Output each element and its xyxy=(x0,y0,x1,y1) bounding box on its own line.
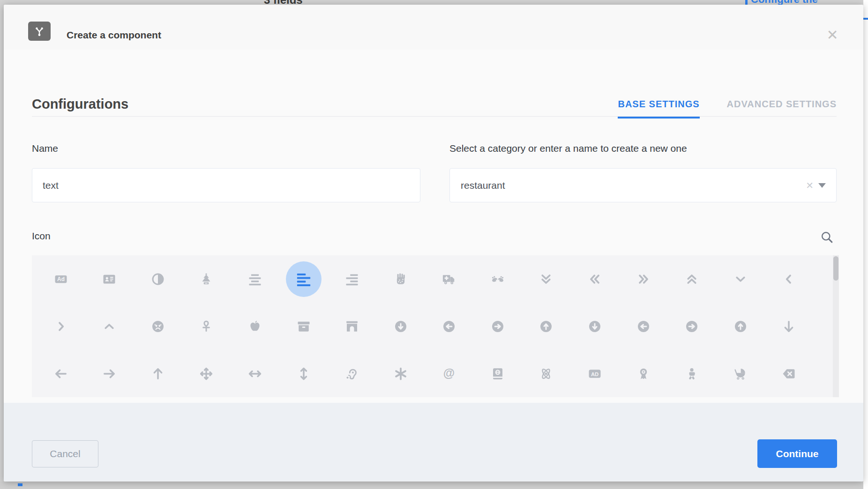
icon-arrows-alt[interactable] xyxy=(182,350,231,397)
icon-air-freshener[interactable] xyxy=(182,255,231,303)
icon-american-sign-language-interpreting[interactable] xyxy=(473,255,522,303)
tabs-divider xyxy=(32,116,837,117)
create-component-modal: Create a component ✕ Configurations BASE… xyxy=(4,5,863,482)
icon-angle-double-down[interactable] xyxy=(522,255,571,303)
icon-ambulance[interactable] xyxy=(425,255,474,303)
tab-base-settings[interactable]: BASE SETTINGS xyxy=(618,99,699,119)
icon-angle-double-up[interactable] xyxy=(667,255,716,303)
icon-award[interactable] xyxy=(619,350,668,397)
search-icon[interactable] xyxy=(818,228,836,246)
background-page-right xyxy=(863,0,868,489)
close-icon[interactable]: ✕ xyxy=(823,25,842,44)
icon-picker-label: Icon xyxy=(32,230,51,242)
category-selected-value: restaurant xyxy=(450,180,801,191)
icon-grid-panel: Ad@AD xyxy=(32,255,839,397)
icon-arrow-alt-circle-right[interactable] xyxy=(473,303,522,350)
icon-arrows-alt-h[interactable] xyxy=(231,350,279,397)
modal-title: Create a component xyxy=(67,28,161,42)
icon-angle-left[interactable] xyxy=(764,255,813,303)
name-input[interactable] xyxy=(32,168,420,202)
icon-backspace[interactable] xyxy=(764,350,813,397)
component-branch-icon xyxy=(33,25,45,37)
icon-angry[interactable] xyxy=(134,303,182,350)
icon-angle-down[interactable] xyxy=(716,255,765,303)
background-page-top: 3 fields Configure the xyxy=(0,0,863,5)
icon-arrow-circle-up[interactable] xyxy=(716,303,765,350)
icon-angle-double-right[interactable] xyxy=(619,255,668,303)
section-title: Configurations xyxy=(32,96,128,112)
background-page-bottom xyxy=(0,482,863,489)
background-accent-line xyxy=(863,18,868,20)
icon-at[interactable]: @ xyxy=(425,350,474,397)
background-accent-bar xyxy=(745,0,748,5)
icon-angle-right[interactable] xyxy=(37,303,85,350)
background-fields-text: 3 fields xyxy=(264,0,303,5)
category-select[interactable]: restaurant ✕ xyxy=(449,168,837,202)
icon-atom[interactable] xyxy=(522,350,571,397)
continue-button[interactable]: Continue xyxy=(757,439,837,468)
icon-address-card[interactable] xyxy=(85,255,134,303)
svg-text:@: @ xyxy=(443,367,455,379)
icon-angle-up[interactable] xyxy=(85,303,134,350)
component-logo-tile xyxy=(28,22,51,41)
background-accent-dot xyxy=(18,483,22,486)
icon-arrow-left[interactable] xyxy=(37,350,85,397)
category-label: Select a category or enter a name to cre… xyxy=(449,143,687,154)
icon-asterisk[interactable] xyxy=(376,350,425,397)
scrollbar-track[interactable] xyxy=(833,255,839,397)
icon-arrow-alt-circle-left[interactable] xyxy=(425,303,474,350)
svg-text:Ad: Ad xyxy=(57,276,65,282)
icon-atlas[interactable] xyxy=(473,350,522,397)
icon-align-right[interactable] xyxy=(328,255,376,303)
tab-advanced-settings[interactable]: ADVANCED SETTINGS xyxy=(727,99,837,119)
icon-audio-description[interactable]: AD xyxy=(570,350,619,397)
icon-arrow-right[interactable] xyxy=(85,350,134,397)
icon-arrow-circle-left[interactable] xyxy=(619,303,668,350)
icon-arrow-alt-circle-up[interactable] xyxy=(522,303,571,350)
icon-angle-double-left[interactable] xyxy=(570,255,619,303)
chevron-down-icon[interactable] xyxy=(818,183,826,188)
icon-arrow-down[interactable] xyxy=(764,303,813,350)
settings-tabs: BASE SETTINGS ADVANCED SETTINGS xyxy=(618,99,837,119)
icon-adjust[interactable] xyxy=(134,255,182,303)
icon-archive[interactable] xyxy=(279,303,328,350)
icon-ad[interactable]: Ad xyxy=(37,255,85,303)
background-configure-text: Configure the xyxy=(751,0,818,5)
cancel-button[interactable]: Cancel xyxy=(32,440,98,467)
icon-allergies[interactable] xyxy=(376,255,425,303)
icon-arrow-circle-down[interactable] xyxy=(570,303,619,350)
icon-grid: Ad@AD xyxy=(32,255,833,397)
clear-selection-icon[interactable]: ✕ xyxy=(801,180,818,191)
icon-ankh[interactable] xyxy=(182,303,231,350)
icon-arrow-circle-right[interactable] xyxy=(667,303,716,350)
modal-header: Create a component ✕ xyxy=(4,5,863,50)
icon-apple-alt[interactable] xyxy=(231,303,279,350)
svg-text:AD: AD xyxy=(591,371,599,377)
icon-align-center[interactable] xyxy=(231,255,279,303)
icon-arrow-alt-circle-down[interactable] xyxy=(376,303,425,350)
scrollbar-thumb[interactable] xyxy=(833,256,838,281)
name-label: Name xyxy=(32,143,58,154)
page: 3 fields Configure the Create xyxy=(0,0,868,489)
icon-arrows-alt-v[interactable] xyxy=(279,350,328,397)
icon-assistive-listening-systems[interactable] xyxy=(328,350,376,397)
icon-archway[interactable] xyxy=(328,303,376,350)
modal-footer: Cancel Continue xyxy=(4,403,863,482)
icon-align-left[interactable] xyxy=(279,255,328,303)
icon-baby[interactable] xyxy=(667,350,716,397)
icon-baby-carriage[interactable] xyxy=(716,350,765,397)
icon-arrow-up[interactable] xyxy=(134,350,182,397)
